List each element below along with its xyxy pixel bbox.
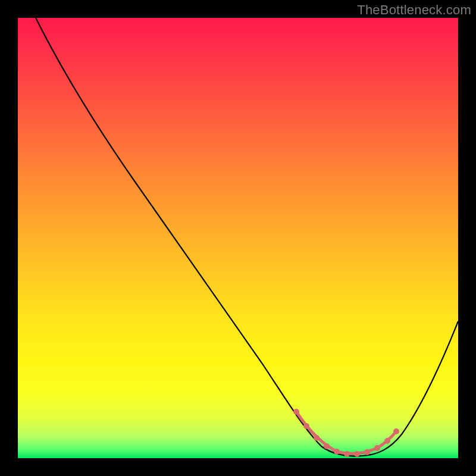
- curve-overlay: [18, 18, 458, 458]
- bottleneck-curve-path: [36, 18, 458, 456]
- watermark-text: TheBottleneck.com: [357, 2, 471, 18]
- chart-area: [18, 18, 458, 458]
- optimal-range-connector: [296, 412, 396, 453]
